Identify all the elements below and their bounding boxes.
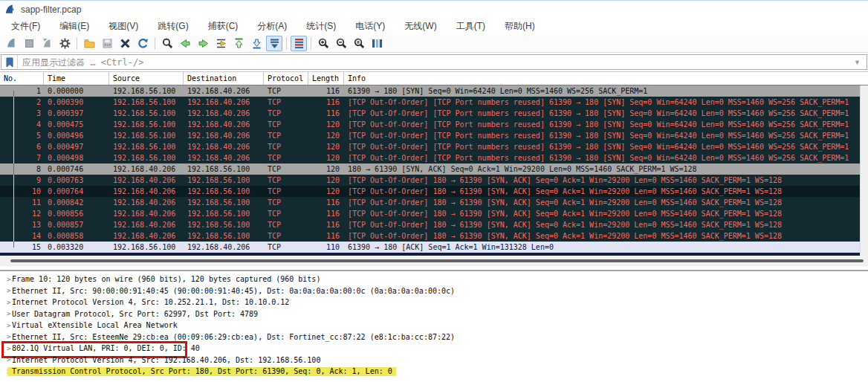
menu-item-1[interactable]: 编辑(E) xyxy=(50,20,99,33)
cell-proto: TCP xyxy=(264,141,308,152)
detail-line-1[interactable]: >Ethernet II, Src: 90:00:00:91:40:45 (90… xyxy=(0,285,868,297)
detail-line-2[interactable]: >Internet Protocol Version 4, Src: 10.25… xyxy=(0,297,868,308)
expand-chevron-icon[interactable]: > xyxy=(0,356,12,363)
reload-file-button[interactable] xyxy=(135,36,151,51)
packet-row-10[interactable]: 100.000764192.168.40.206192.168.56.100TC… xyxy=(0,186,860,197)
packet-row-12[interactable]: 120.000856192.168.40.206192.168.56.100TC… xyxy=(0,208,860,219)
go-first-button[interactable] xyxy=(230,36,247,51)
close-file-button[interactable] xyxy=(117,36,133,51)
stop-capture-button[interactable] xyxy=(21,36,37,51)
detail-line-6[interactable]: >802.1Q Virtual LAN, PRI: 0, DEI: 0, ID:… xyxy=(0,343,868,355)
cell-dst: 192.168.40.206 xyxy=(184,141,264,152)
column-header-info[interactable]: Info xyxy=(344,72,868,85)
column-header-destination[interactable]: Destination xyxy=(184,72,264,85)
cell-time: 0.003320 xyxy=(44,242,109,253)
cell-no: 11 xyxy=(0,197,44,208)
column-header-protocol[interactable]: Protocol xyxy=(264,72,308,85)
menu-item-4[interactable]: 捕获(C) xyxy=(198,20,248,33)
packet-list-header: No.TimeSourceDestinationProtocolLengthIn… xyxy=(0,72,868,85)
packet-row-5[interactable]: 50.000496192.168.56.100192.168.40.206TCP… xyxy=(0,130,860,141)
display-filter-input[interactable] xyxy=(18,57,848,68)
restart-capture-button[interactable] xyxy=(39,36,55,51)
detail-line-3[interactable]: >User Datagram Protocol, Src Port: 62997… xyxy=(0,308,868,320)
packet-row-1[interactable]: 10.000000192.168.56.100192.168.40.206TCP… xyxy=(0,85,860,97)
expand-chevron-icon[interactable]: > xyxy=(0,276,12,283)
column-header-source[interactable]: Source xyxy=(109,72,184,85)
menu-item-5[interactable]: 分析(A) xyxy=(247,20,297,33)
cell-time: 0.000858 xyxy=(44,230,109,242)
cell-dst: 192.168.56.100 xyxy=(184,164,264,175)
cell-no: 3 xyxy=(0,108,44,119)
save-file-button[interactable]: 010 xyxy=(99,36,115,51)
detail-line-0[interactable]: >Frame 10: 120 bytes on wire (960 bits),… xyxy=(0,273,868,285)
filter-dropdown-chevron-icon[interactable]: ▼ xyxy=(848,59,867,66)
menu-item-7[interactable]: 电话(Y) xyxy=(346,20,395,33)
zoom-reset-button[interactable] xyxy=(351,36,367,51)
packet-row-15[interactable]: 150.003320192.168.56.100192.168.40.206TC… xyxy=(0,242,860,253)
expand-chevron-icon[interactable]: > xyxy=(0,287,12,294)
expand-chevron-icon[interactable]: > xyxy=(0,333,12,340)
expand-chevron-icon[interactable]: > xyxy=(0,310,12,317)
column-header-length[interactable]: Length xyxy=(308,72,344,85)
menu-item-0[interactable]: 文件(F) xyxy=(1,20,50,33)
cell-time: 0.000496 xyxy=(44,130,109,141)
expand-chevron-icon[interactable]: > xyxy=(0,345,12,352)
horizontal-scrollbar[interactable] xyxy=(0,256,868,266)
packet-row-7[interactable]: 70.000498192.168.56.100192.168.40.206TCP… xyxy=(0,152,860,164)
display-filter-box[interactable]: ▼ xyxy=(1,54,867,70)
packet-row-11[interactable]: 110.000842192.168.40.206192.168.56.100TC… xyxy=(0,197,860,208)
cell-no: 12 xyxy=(0,208,44,219)
column-header-time[interactable]: Time xyxy=(44,72,109,85)
main-toolbar: 010 xyxy=(0,35,868,53)
conversation-line xyxy=(13,219,14,230)
cell-info: [TCP Out-Of-Order] 180 → 61390 [SYN, ACK… xyxy=(344,186,782,197)
expand-chevron-icon[interactable]: > xyxy=(0,322,12,329)
resize-columns-button[interactable] xyxy=(369,36,385,51)
packet-row-9[interactable]: 90.000763192.168.40.206192.168.56.100TCP… xyxy=(0,175,860,186)
auto-scroll-button[interactable] xyxy=(266,36,282,51)
zoom-in-button[interactable] xyxy=(315,36,331,51)
horizontal-scrollbar-thumb[interactable] xyxy=(10,259,864,262)
menu-item-6[interactable]: 统计(S) xyxy=(297,20,346,33)
packet-row-2[interactable]: 20.000390192.168.56.100192.168.40.206TCP… xyxy=(0,97,860,108)
detail-line-8[interactable]: >Transmission Control Protocol, Src Port… xyxy=(0,366,868,378)
cell-no: 4 xyxy=(0,119,44,130)
menu-item-3[interactable]: 跳转(G) xyxy=(148,20,198,33)
menu-item-9[interactable]: 工具(T) xyxy=(447,20,495,33)
packet-detail-pane: >Frame 10: 120 bytes on wire (960 bits),… xyxy=(0,270,868,380)
cell-no: 8 xyxy=(0,164,44,175)
capture-options-button[interactable] xyxy=(56,36,73,51)
zoom-out-button[interactable] xyxy=(333,36,349,51)
go-back-button[interactable] xyxy=(177,36,193,51)
go-forward-button[interactable] xyxy=(195,36,211,51)
menu-item-2[interactable]: 视图(V) xyxy=(99,20,148,33)
packet-row-6[interactable]: 60.000497192.168.56.100192.168.40.206TCP… xyxy=(0,141,860,152)
colorize-button[interactable] xyxy=(291,36,307,51)
column-header-no[interactable]: No. xyxy=(0,72,44,85)
detail-line-5[interactable]: >Ethernet II, Src: EsteemNe_29:cb:ea (00… xyxy=(0,331,868,343)
expand-chevron-icon[interactable]: > xyxy=(0,299,12,306)
menu-item-10[interactable]: 帮助(H) xyxy=(495,20,545,33)
filter-bookmark-icon[interactable] xyxy=(1,55,18,69)
menu-item-8[interactable]: 无线(W) xyxy=(395,20,446,33)
packet-row-8[interactable]: 80.000746192.168.40.206192.168.56.100TCP… xyxy=(0,164,860,175)
cell-no: 13 xyxy=(0,219,44,230)
cell-info: [TCP Out-Of-Order] [TCP Port numbers reu… xyxy=(344,97,849,108)
find-packet-button[interactable] xyxy=(159,36,175,51)
vertical-scrollbar[interactable] xyxy=(860,85,868,256)
go-last-button[interactable] xyxy=(248,36,265,51)
start-capture-button[interactable] xyxy=(3,36,19,51)
cell-len: 116 xyxy=(308,108,344,119)
packet-row-14[interactable]: 140.000858192.168.40.206192.168.56.100TC… xyxy=(0,230,860,242)
packet-list: 10.000000192.168.56.100192.168.40.206TCP… xyxy=(0,85,868,256)
packet-row-4[interactable]: 40.000475192.168.56.100192.168.40.206TCP… xyxy=(0,119,860,130)
packet-row-13[interactable]: 130.000857192.168.40.206192.168.56.100TC… xyxy=(0,219,860,230)
open-file-button[interactable] xyxy=(81,36,97,51)
detail-line-7[interactable]: >Internet Protocol Version 4, Src: 192.1… xyxy=(0,355,868,366)
cell-proto: TCP xyxy=(264,108,308,119)
cell-len: 120 xyxy=(308,130,344,141)
cell-len: 116 xyxy=(308,97,344,108)
go-to-packet-button[interactable] xyxy=(213,36,229,51)
detail-line-4[interactable]: >Virtual eXtensible Local Area Network xyxy=(0,320,868,331)
packet-row-3[interactable]: 30.000397192.168.56.100192.168.40.206TCP… xyxy=(0,108,860,119)
